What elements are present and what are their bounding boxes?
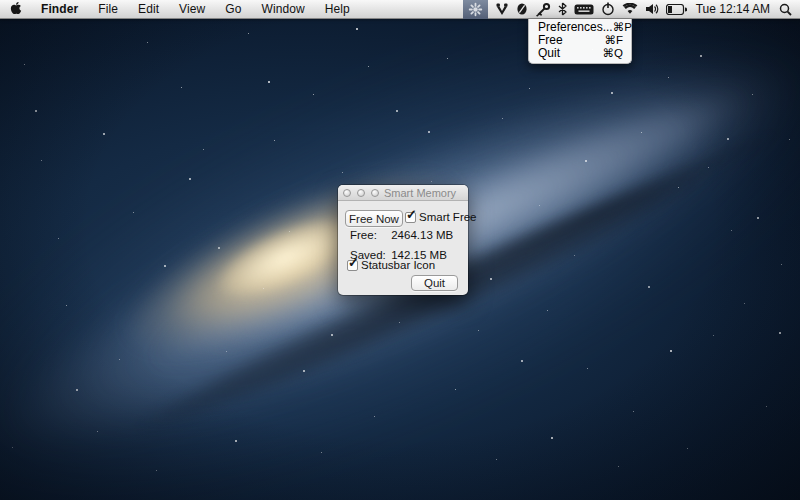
power-icon[interactable] [601,0,615,18]
window-titlebar[interactable]: Smart Memory [338,185,468,201]
smart-free-checkbox[interactable]: ✓ Smart Free [405,211,477,223]
checkmark-icon: ✓ [348,255,359,270]
menubar-item-view[interactable]: View [169,0,215,18]
menu-item-shortcut: ⌘P [613,21,632,34]
menubar-clock[interactable]: Tue 12:14 AM [694,2,772,16]
smart-free-label: Smart Free [419,211,477,223]
quit-label: Quit [424,277,445,289]
menubar-item-file[interactable]: File [88,0,128,18]
menu-item-shortcut: ⌘F [604,34,623,47]
bluetooth-icon[interactable] [558,0,567,18]
statusbar-dropdown-menu: Preferences... ⌘P Free ⌘F Quit ⌘Q [528,19,632,64]
free-label: Free: [350,229,377,241]
menubar-item-help[interactable]: Help [315,0,360,18]
zoom-button[interactable] [371,189,379,197]
checkbox-box: ✓ [347,260,358,271]
spotlight-icon[interactable] [779,0,792,18]
keyboard-icon[interactable] [574,0,594,18]
statusbar-icon-checkbox[interactable]: ✓ Statusbar Icon [347,259,435,271]
battery-icon[interactable] [666,0,687,18]
free-memory-row: Free: 2464.13 MB [350,229,453,241]
menu-item-shortcut: ⌘Q [603,47,623,60]
menubar-label: View [179,2,205,16]
checkbox-box: ✓ [405,212,416,223]
menubar-label: File [98,2,118,16]
menubar-label: Help [325,2,350,16]
menubar-label: Edit [138,2,159,16]
shield-icon[interactable] [495,0,509,18]
menubar-item-window[interactable]: Window [252,0,315,18]
key-icon[interactable] [535,0,551,18]
minimize-button[interactable] [357,189,365,197]
checkmark-icon: ✓ [406,207,417,222]
close-button[interactable] [343,189,351,197]
slashed-circle-icon[interactable] [516,0,528,18]
volume-icon[interactable] [645,0,659,18]
free-now-label: Free Now [349,213,399,225]
menu-item-label: Quit [538,47,560,60]
menu-item-quit[interactable]: Quit ⌘Q [529,47,631,60]
quit-button[interactable]: Quit [411,275,458,291]
statusbar-icon-label: Statusbar Icon [361,259,435,271]
menubar-label: Window [262,2,305,16]
menubar-label: Finder [41,2,78,16]
menubar-label: Go [225,2,241,16]
menu-bar: Finder File Edit View Go Window Help [0,0,800,19]
menubar-item-edit[interactable]: Edit [128,0,169,18]
free-now-button[interactable]: Free Now [345,210,403,227]
menubar-item-go[interactable]: Go [215,0,251,18]
window-title: Smart Memory [384,185,456,201]
smart-memory-status-icon[interactable] [463,0,488,19]
free-value: 2464.13 MB [391,229,453,241]
apple-logo-icon [10,1,22,18]
apple-menu[interactable] [0,0,31,18]
wifi-icon[interactable] [622,0,638,18]
smart-memory-window: Smart Memory Free Now ✓ Smart Free Free:… [338,185,468,295]
menubar-item-finder[interactable]: Finder [31,0,88,18]
